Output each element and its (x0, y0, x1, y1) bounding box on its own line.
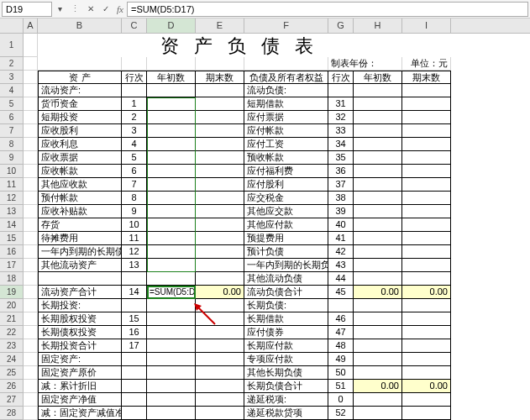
cell[interactable]: 34 (328, 138, 354, 151)
col-header-F[interactable]: F (244, 18, 328, 33)
cell[interactable] (402, 232, 451, 245)
cell[interactable] (354, 407, 402, 420)
cell[interactable] (122, 380, 147, 393)
cell[interactable] (147, 178, 196, 192)
cell[interactable] (196, 299, 244, 312)
formula-bar[interactable]: =SUM(D5:D17) (127, 2, 528, 17)
cell[interactable]: 17 (122, 339, 147, 353)
cell[interactable] (402, 165, 451, 178)
col-header-D[interactable]: D (147, 18, 196, 33)
cell[interactable] (24, 299, 38, 312)
cell[interactable] (402, 272, 451, 286)
cell[interactable] (24, 57, 38, 71)
row-header[interactable]: 11 (0, 178, 23, 192)
cell[interactable]: 应收补贴款 (38, 205, 122, 218)
cell[interactable] (147, 111, 196, 124)
cell[interactable]: 应付工资 (244, 138, 328, 151)
cell[interactable] (354, 259, 402, 272)
cell[interactable] (122, 353, 147, 366)
cell[interactable]: 应收利息 (38, 138, 122, 151)
row-header[interactable]: 19 (0, 286, 23, 299)
cell[interactable] (122, 272, 147, 286)
cell[interactable] (147, 393, 196, 407)
cell[interactable] (354, 312, 402, 326)
row-header[interactable]: 24 (0, 353, 23, 366)
row-header[interactable]: 21 (0, 312, 23, 326)
cell[interactable]: 长期负债合计 (244, 380, 328, 393)
cell[interactable] (196, 111, 244, 124)
row-header[interactable]: 9 (0, 151, 23, 165)
cell[interactable]: 51 (328, 380, 354, 393)
cell[interactable] (354, 205, 402, 218)
cell[interactable] (24, 84, 38, 97)
cell[interactable] (24, 192, 38, 205)
cell[interactable]: 4 (122, 138, 147, 151)
cell[interactable] (354, 151, 402, 165)
cell[interactable]: 流动资产: (38, 84, 122, 97)
cell[interactable] (147, 84, 196, 97)
cell[interactable] (24, 124, 38, 138)
cell[interactable]: 15 (122, 312, 147, 326)
cell[interactable]: 长期负债: (244, 299, 328, 312)
cell[interactable]: 短期投资 (38, 111, 122, 124)
cell[interactable]: 待摊费用 (38, 232, 122, 245)
cell[interactable] (354, 178, 402, 192)
cell[interactable]: 递延税项: (244, 393, 328, 407)
row-header[interactable]: 27 (0, 393, 23, 407)
cell[interactable]: 45 (328, 286, 354, 299)
row-header[interactable]: 3 (0, 71, 23, 84)
col-header-C[interactable]: C (122, 18, 147, 33)
cell[interactable] (354, 124, 402, 138)
row-header[interactable]: 18 (0, 272, 23, 286)
grid[interactable]: 资产负债表制表年份：单位：元资 产行次年初数期末数负债及所有者权益行次年初数期末… (24, 34, 451, 420)
cell[interactable] (402, 151, 451, 165)
cell[interactable] (402, 393, 451, 407)
cell[interactable]: 6 (122, 165, 147, 178)
cell[interactable] (147, 366, 196, 380)
row-header[interactable]: 15 (0, 232, 23, 245)
cell[interactable] (196, 84, 244, 97)
cell[interactable]: 0 (328, 393, 354, 407)
cell[interactable] (122, 393, 147, 407)
cell[interactable]: 预提费用 (244, 232, 328, 245)
cell[interactable]: 应收股利 (38, 124, 122, 138)
cell[interactable]: 长期债权投资 (38, 326, 122, 339)
cell[interactable] (147, 57, 196, 71)
cell[interactable]: 一年内到期的长期债权投资 (38, 245, 122, 259)
col-header-H[interactable]: H (354, 18, 402, 33)
cell[interactable]: 应付帐款 (244, 124, 328, 138)
cell[interactable]: 负债及所有者权益 (244, 71, 328, 84)
cell[interactable]: 专项应付款 (244, 353, 328, 366)
cell[interactable] (147, 259, 196, 272)
cell[interactable] (354, 272, 402, 286)
cell[interactable] (24, 393, 38, 407)
cell[interactable]: 长期股权投资 (38, 312, 122, 326)
cell[interactable]: 长期应付款 (244, 339, 328, 353)
cell[interactable] (354, 111, 402, 124)
col-header-B[interactable]: B (38, 18, 122, 33)
cell[interactable] (196, 366, 244, 380)
row-header[interactable]: 7 (0, 124, 23, 138)
row-header[interactable]: 5 (0, 97, 23, 111)
cell[interactable] (402, 97, 451, 111)
dropdown-icon[interactable]: ▾ (54, 3, 66, 15)
confirm-icon[interactable]: ✓ (100, 3, 112, 15)
cell[interactable] (354, 165, 402, 178)
cell[interactable] (24, 286, 38, 299)
row-header[interactable]: 17 (0, 259, 23, 272)
cell[interactable] (147, 165, 196, 178)
cell[interactable]: 43 (328, 259, 354, 272)
cell[interactable]: 应付股利 (244, 178, 328, 192)
cell[interactable] (354, 366, 402, 380)
cell[interactable] (328, 299, 354, 312)
cell[interactable]: 长期投资: (38, 299, 122, 312)
cell[interactable] (402, 326, 451, 339)
cell[interactable] (24, 178, 38, 192)
cell[interactable] (402, 111, 451, 124)
cell[interactable] (196, 353, 244, 366)
cell[interactable] (147, 218, 196, 232)
cell[interactable] (402, 192, 451, 205)
cell[interactable]: 2 (122, 111, 147, 124)
cell[interactable]: 期末数 (196, 71, 244, 84)
cell[interactable]: 49 (328, 353, 354, 366)
